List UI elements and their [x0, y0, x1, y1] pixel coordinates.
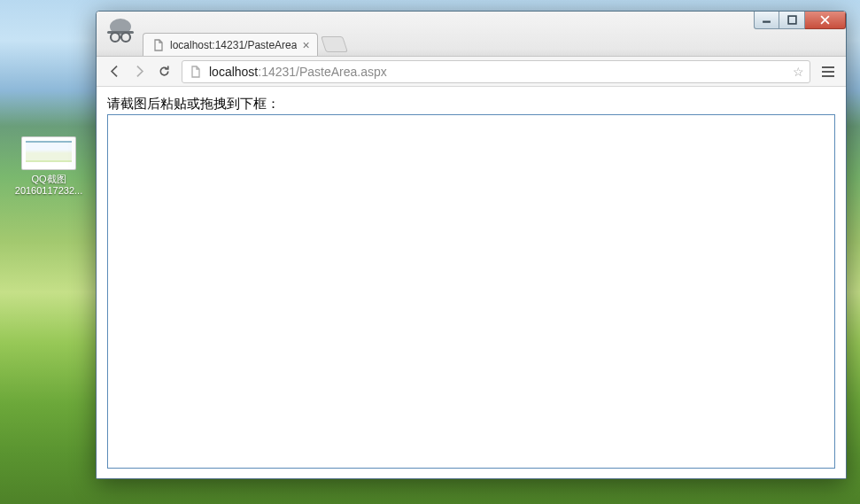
paste-area[interactable]	[107, 114, 835, 469]
bookmark-star-icon[interactable]: ☆	[793, 65, 804, 79]
url-path: :14231/PasteArea.aspx	[258, 65, 387, 79]
file-thumbnail	[21, 136, 76, 170]
titlebar[interactable]: localhost:14231/PasteArea ×	[97, 12, 846, 57]
forward-button[interactable]	[127, 59, 151, 84]
back-button[interactable]	[102, 59, 127, 84]
incognito-icon	[104, 14, 137, 48]
new-tab-button[interactable]	[321, 36, 348, 52]
svg-rect-1	[107, 31, 134, 34]
maximize-button[interactable]	[779, 12, 805, 29]
window-controls	[754, 12, 846, 29]
toolbar: localhost:14231/PasteArea.aspx ☆	[97, 57, 846, 87]
tab-title: localhost:14231/PasteArea	[170, 39, 297, 51]
menu-button[interactable]	[816, 59, 841, 84]
minimize-button[interactable]	[754, 12, 779, 29]
browser-tab[interactable]: localhost:14231/PasteArea ×	[143, 33, 318, 56]
tab-strip: localhost:14231/PasteArea ×	[143, 33, 846, 56]
url-host: localhost	[209, 65, 258, 79]
url-text: localhost:14231/PasteArea.aspx	[209, 65, 787, 79]
address-bar[interactable]: localhost:14231/PasteArea.aspx ☆	[182, 60, 810, 83]
prompt-text: 请截图后粘贴或拖拽到下框：	[107, 96, 835, 112]
svg-rect-6	[788, 16, 796, 24]
file-name-line2: 20160117232...	[15, 185, 82, 197]
file-icon	[190, 66, 202, 78]
page-content: 请截图后粘贴或拖拽到下框：	[97, 87, 846, 478]
reload-button[interactable]	[151, 59, 176, 84]
svg-point-3	[121, 33, 130, 42]
svg-point-2	[111, 33, 120, 42]
close-button[interactable]	[805, 12, 846, 29]
browser-window: localhost:14231/PasteArea × localhost:14…	[96, 11, 847, 479]
file-name-line1: QQ截图	[31, 174, 66, 185]
file-icon	[152, 39, 165, 51]
desktop-file-icon[interactable]: QQ截图 20160117232...	[16, 136, 81, 197]
close-icon[interactable]: ×	[302, 39, 309, 51]
